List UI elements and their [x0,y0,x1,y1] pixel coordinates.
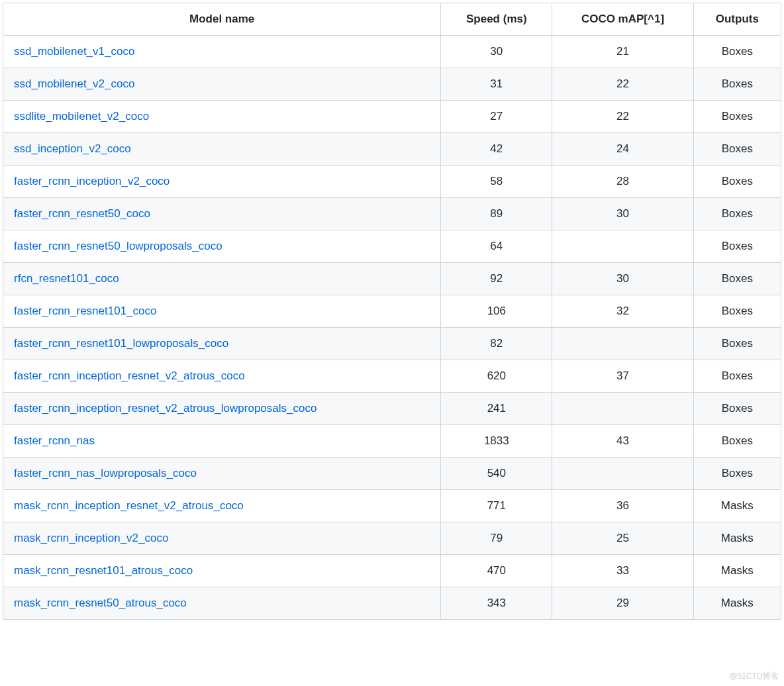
table-row: mask_rcnn_inception_v2_coco7925Masks [3,522,781,555]
map-cell: 32 [552,295,693,328]
table-row: faster_rcnn_inception_v2_coco5828Boxes [3,166,781,198]
outputs-cell: Masks [693,587,781,620]
table-row: faster_rcnn_resnet50_lowproposals_coco64… [3,230,781,263]
table-row: faster_rcnn_nas_lowproposals_coco540Boxe… [3,458,781,490]
model-link[interactable]: faster_rcnn_resnet101_coco [14,305,156,317]
model-link[interactable]: faster_rcnn_inception_resnet_v2_atrous_l… [14,402,317,415]
model-link[interactable]: faster_rcnn_inception_resnet_v2_atrous_c… [14,369,245,382]
model-link[interactable]: faster_rcnn_nas [14,434,95,447]
table-row: mask_rcnn_resnet50_atrous_coco34329Masks [3,587,781,620]
table-row: ssd_mobilenet_v1_coco3021Boxes [3,36,781,68]
model-link[interactable]: ssdlite_mobilenet_v2_coco [14,110,149,122]
model-link[interactable]: faster_rcnn_nas_lowproposals_coco [14,467,197,479]
map-cell: 37 [552,360,693,393]
model-link[interactable]: faster_rcnn_resnet101_lowproposals_coco [14,337,228,350]
model-cell: faster_rcnn_inception_v2_coco [3,166,441,198]
model-cell: mask_rcnn_resnet50_atrous_coco [3,587,441,620]
outputs-cell: Boxes [693,133,781,166]
model-cell: faster_rcnn_inception_resnet_v2_atrous_l… [3,393,441,425]
table-row: mask_rcnn_inception_resnet_v2_atrous_coc… [3,490,781,522]
outputs-cell: Boxes [693,101,781,133]
table-header-row: Model name Speed (ms) COCO mAP[^1] Outpu… [3,3,781,36]
outputs-cell: Boxes [693,198,781,230]
model-cell: mask_rcnn_inception_v2_coco [3,522,441,555]
model-cell: faster_rcnn_resnet50_lowproposals_coco [3,230,441,263]
header-outputs: Outputs [693,3,781,36]
speed-cell: 79 [441,522,552,555]
model-link[interactable]: ssd_inception_v2_coco [14,142,131,155]
map-cell: 36 [552,490,693,522]
model-link[interactable]: mask_rcnn_inception_v2_coco [14,532,168,544]
outputs-cell: Boxes [693,36,781,68]
outputs-cell: Boxes [693,393,781,425]
speed-cell: 82 [441,328,552,360]
model-cell: ssd_inception_v2_coco [3,133,441,166]
map-cell: 21 [552,36,693,68]
model-cell: ssd_mobilenet_v1_coco [3,36,441,68]
outputs-cell: Boxes [693,425,781,458]
table-row: faster_rcnn_inception_resnet_v2_atrous_l… [3,393,781,425]
table-row: faster_rcnn_nas183343Boxes [3,425,781,458]
model-cell: rfcn_resnet101_coco [3,263,441,295]
model-link[interactable]: mask_rcnn_resnet50_atrous_coco [14,597,187,609]
speed-cell: 620 [441,360,552,393]
table-row: ssd_inception_v2_coco4224Boxes [3,133,781,166]
map-cell: 24 [552,133,693,166]
map-cell [552,328,693,360]
speed-cell: 92 [441,263,552,295]
outputs-cell: Boxes [693,263,781,295]
outputs-cell: Masks [693,522,781,555]
header-map: COCO mAP[^1] [552,3,693,36]
speed-cell: 106 [441,295,552,328]
model-cell: ssdlite_mobilenet_v2_coco [3,101,441,133]
model-cell: faster_rcnn_resnet101_lowproposals_coco [3,328,441,360]
speed-cell: 27 [441,101,552,133]
speed-cell: 540 [441,458,552,490]
model-link[interactable]: mask_rcnn_inception_resnet_v2_atrous_coc… [14,499,244,512]
model-link[interactable]: faster_rcnn_resnet50_coco [14,207,150,220]
map-cell: 30 [552,263,693,295]
table-row: faster_rcnn_inception_resnet_v2_atrous_c… [3,360,781,393]
model-cell: faster_rcnn_nas_lowproposals_coco [3,458,441,490]
outputs-cell: Masks [693,555,781,587]
model-link[interactable]: ssd_mobilenet_v1_coco [14,45,134,58]
outputs-cell: Boxes [693,230,781,263]
model-table: Model name Speed (ms) COCO mAP[^1] Outpu… [3,3,781,620]
header-model: Model name [3,3,441,36]
outputs-cell: Boxes [693,328,781,360]
speed-cell: 89 [441,198,552,230]
model-link[interactable]: mask_rcnn_resnet101_atrous_coco [14,564,193,577]
map-cell: 25 [552,522,693,555]
model-cell: faster_rcnn_nas [3,425,441,458]
outputs-cell: Boxes [693,458,781,490]
speed-cell: 31 [441,68,552,101]
table-row: ssd_mobilenet_v2_coco3122Boxes [3,68,781,101]
outputs-cell: Boxes [693,68,781,101]
model-link[interactable]: faster_rcnn_inception_v2_coco [14,175,170,187]
speed-cell: 470 [441,555,552,587]
speed-cell: 343 [441,587,552,620]
speed-cell: 30 [441,36,552,68]
table-row: faster_rcnn_resnet50_coco8930Boxes [3,198,781,230]
model-link[interactable]: rfcn_resnet101_coco [14,272,119,285]
map-cell [552,230,693,263]
map-cell: 33 [552,555,693,587]
header-speed: Speed (ms) [441,3,552,36]
map-cell: 28 [552,166,693,198]
outputs-cell: Masks [693,490,781,522]
speed-cell: 64 [441,230,552,263]
model-cell: mask_rcnn_inception_resnet_v2_atrous_coc… [3,490,441,522]
outputs-cell: Boxes [693,166,781,198]
model-cell: faster_rcnn_resnet50_coco [3,198,441,230]
speed-cell: 1833 [441,425,552,458]
map-cell [552,393,693,425]
map-cell: 30 [552,198,693,230]
model-cell: faster_rcnn_resnet101_coco [3,295,441,328]
table-row: rfcn_resnet101_coco9230Boxes [3,263,781,295]
model-link[interactable]: faster_rcnn_resnet50_lowproposals_coco [14,240,222,252]
outputs-cell: Boxes [693,360,781,393]
model-link[interactable]: ssd_mobilenet_v2_coco [14,77,134,90]
table-row: faster_rcnn_resnet101_coco10632Boxes [3,295,781,328]
model-cell: ssd_mobilenet_v2_coco [3,68,441,101]
speed-cell: 42 [441,133,552,166]
